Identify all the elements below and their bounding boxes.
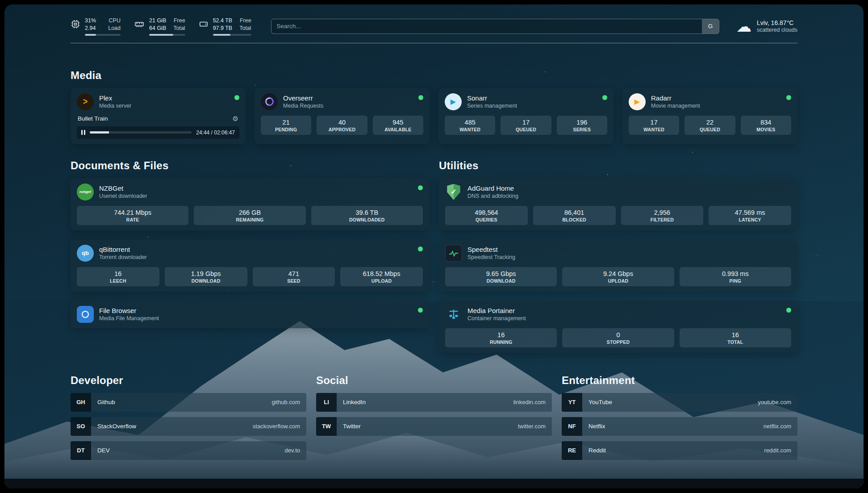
service-subtitle: Media Requests [283,103,323,109]
bookmark-url: dev.to [285,447,306,454]
stat-value: 17 [502,119,549,126]
stat-value: 471 [255,270,334,277]
bookmark-reddit[interactable]: RE Reddit reddit.com [562,441,797,460]
memory-total-label: Total [173,25,185,32]
service-link-overseerr[interactable]: Overseerr Media Requests [261,93,423,110]
cloud-icon: ☁ [736,19,751,34]
bookmark-abbr: TW [316,417,337,436]
search-input[interactable] [277,23,702,29]
stat-label: MOVIES [743,127,789,132]
stat-label: LEECH [79,278,158,284]
bookmark-name: Github [91,399,115,405]
service-card-overseerr: Overseerr Media Requests 21 PENDING 40 A… [255,88,430,144]
bookmark-url: netflix.com [764,423,797,430]
status-indicator [418,246,423,251]
stat-label: UPLOAD [342,278,421,284]
service-name: Sonarr [467,94,517,102]
memory-free-value: 21 GiB [149,17,166,25]
service-link-speedtest[interactable]: Speedtest Speedtest Tracking [445,245,791,262]
section-title-documents: Documents & Files [71,159,429,172]
memory-total-value: 64 GiB [149,25,166,32]
bookmark-url: reddit.com [764,447,797,454]
bookmark-stackoverflow[interactable]: SO StackOverflow stackoverflow.com [71,417,306,436]
section-media: Media > Plex Media server Bullet Train [71,69,797,144]
service-link-qbittorrent[interactable]: qb qBittorrent Torrent downloader [77,245,423,262]
portainer-icon [445,306,462,323]
stat-label: SERIES [559,127,605,132]
stat-filtered: 2,956 FILTERED [621,206,704,225]
sonarr-icon: ▶ [445,93,462,110]
stat-value: 86,401 [535,209,614,216]
service-link-plex[interactable]: > Plex Media server [77,93,239,110]
stat-label: DOWNLOAD [167,278,246,284]
section-title-utilities: Utilities [439,159,797,172]
bookmark-dev[interactable]: DT DEV dev.to [71,441,306,460]
bookmark-twitter[interactable]: TW Twitter twitter.com [316,417,552,436]
stat-rate: 744.21 Mbps RATE [77,206,188,225]
bookmark-name: Netflix [582,423,605,430]
service-name: NZBGet [99,184,147,192]
status-indicator [786,308,791,313]
stat-label: PING [681,278,789,284]
disk-icon [199,19,209,31]
search-provider-button[interactable]: G [702,19,719,33]
status-indicator [418,95,423,100]
bookmark-youtube[interactable]: YT YouTube youtube.com [562,393,797,412]
stat-label: UPLOAD [564,278,672,284]
stat-label: PENDING [263,127,309,132]
service-link-filebrowser[interactable]: File Browser Media File Management [77,306,423,323]
bookmark-netflix[interactable]: NF Netflix netflix.com [562,417,797,436]
service-link-adguard[interactable]: ✓ AdGuard Home DNS and adblocking [445,184,791,201]
bookmark-group-social: Social LI LinkedIn linkedin.com TW Twitt… [316,374,552,465]
service-card-speedtest: Speedtest Speedtest Tracking 9.65 Gbps D… [439,239,797,292]
service-name: Overseerr [283,94,323,102]
now-playing-title: Bullet Train [78,115,108,122]
service-link-radarr[interactable]: ▶ Radarr Movie management [629,93,791,110]
service-link-portainer[interactable]: Media Portainer Container management [445,306,791,323]
status-indicator [234,95,239,100]
stat-ping: 0.993 ms PING [680,267,791,286]
stat-value: 21 [263,119,309,126]
disk-free-label: Free [240,17,251,25]
stat-label: AVAILABLE [375,127,421,132]
stat-value: 47.569 ms [710,209,789,216]
memory-widget: 21 GiBFree 64 GiBTotal [134,17,185,36]
stat-label: RUNNING [447,339,555,345]
service-link-nzbget[interactable]: nzbget NZBGet Usenet downloader [77,184,423,201]
service-link-sonarr[interactable]: ▶ Sonarr Series management [445,93,607,110]
service-card-qbittorrent: qb qBittorrent Torrent downloader 16 LEE… [71,239,429,292]
stat-value: 2,956 [623,209,702,216]
radarr-icon: ▶ [629,93,646,110]
bookmark-linkedin[interactable]: LI LinkedIn linkedin.com [316,393,552,412]
disk-widget: 52.4 TBFree 97.9 TBTotal [199,17,251,36]
stat-value: 0.993 ms [681,270,789,277]
bookmark-group-developer: Developer GH Github github.com SO StackO… [71,374,306,465]
gear-icon[interactable]: ⚙ [233,115,238,123]
weather-condition: scattered clouds [757,27,797,33]
qbittorrent-icon: qb [77,245,94,262]
stat-value: 485 [447,119,493,126]
stat-label: RATE [79,217,187,222]
weather-widget[interactable]: ☁ Lviv, 16.87°C scattered clouds [736,19,797,34]
stat-stopped: 0 STOPPED [562,328,674,347]
bookmark-abbr: GH [71,393,91,412]
stat-running: 16 RUNNING [445,328,557,347]
bookmark-abbr: NF [562,417,582,436]
pause-icon[interactable] [81,130,85,135]
bookmark-github[interactable]: GH Github github.com [71,393,306,412]
service-card-radarr: ▶ Radarr Movie management 17 WANTED [622,88,797,144]
cpu-usage-label: CPU [109,17,121,25]
section-title-media: Media [71,69,797,82]
service-card-filebrowser: File Browser Media File Management [71,301,429,328]
stat-queries: 498,564 QUERIES [445,206,528,225]
speedtest-icon [445,245,462,262]
service-subtitle: Media server [99,103,131,109]
stat-label: DOWNLOAD [447,278,555,284]
bookmark-abbr: LI [316,393,337,412]
cpu-load-label: Load [108,25,121,32]
stat-label: WANTED [630,127,677,132]
memory-bar-fill [149,34,173,36]
cpu-load-value: 2.94 [85,25,96,32]
stat-upload: 9.24 Gbps UPLOAD [562,267,674,286]
service-subtitle: Movie management [651,103,700,109]
